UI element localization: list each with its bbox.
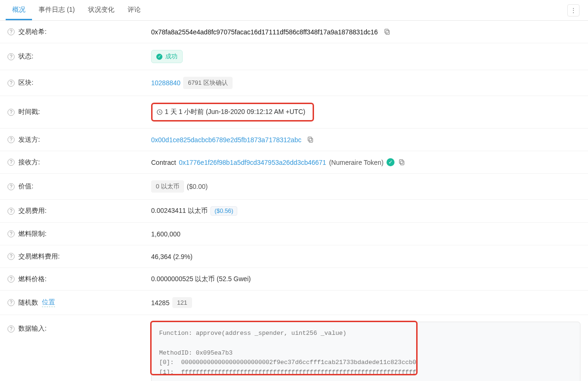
input-function-line: Function: approve(address _spender, uint… <box>159 330 346 337</box>
row-value: ? 价值: 0 以太币 ($0.00) <box>0 174 588 200</box>
help-icon[interactable]: ? <box>8 109 15 116</box>
label-block: 区块: <box>18 79 33 87</box>
block-confirmations: 6791 区块确认 <box>183 77 233 89</box>
label-timestamp: 时间戳: <box>18 108 40 116</box>
nonce-position-value: 121 <box>172 297 192 308</box>
label-gas-used: 交易燃料费用: <box>18 252 60 261</box>
nonce-value: 14285 <box>151 299 169 307</box>
svg-rect-1 <box>385 29 388 33</box>
help-icon[interactable]: ? <box>8 80 15 87</box>
label-gas-limit: 燃料限制: <box>18 230 47 238</box>
row-status: ? 状态: ✓ 成功 <box>0 43 588 70</box>
label-gas-price: 燃料价格: <box>18 275 47 284</box>
block-number-link[interactable]: 10288840 <box>151 79 180 87</box>
input-data-highlight <box>150 321 418 375</box>
status-badge: ✓ 成功 <box>151 50 183 63</box>
value-eth: 0 以太币 <box>151 180 184 193</box>
txfee-eth: 0.00243411 以太币 <box>151 207 208 215</box>
help-icon[interactable]: ? <box>8 230 15 237</box>
input-data-box[interactable]: Function: approve(address _spender, uint… <box>151 322 580 381</box>
gas-used-value: 46,364 (2.9%) <box>151 253 193 260</box>
label-to: 接收方: <box>18 158 40 167</box>
more-menu-button[interactable]: ⋮ <box>567 4 580 16</box>
help-icon[interactable]: ? <box>8 53 15 60</box>
row-from: ? 发送方: 0x00d1ce825dacbcb6789e2d5fb1873a7… <box>0 129 588 151</box>
label-value: 价值: <box>18 182 33 191</box>
status-text: 成功 <box>165 52 177 61</box>
nonce-position-link[interactable]: 位置 <box>42 298 55 307</box>
gas-price-value: 0.0000000525 以太币 (52.5 Gwei) <box>151 275 251 284</box>
check-circle-icon: ✓ <box>387 158 395 166</box>
help-icon[interactable]: ? <box>8 299 15 306</box>
help-icon[interactable]: ? <box>8 276 15 283</box>
timestamp-value: 1 天 1 小时前 (Jun-18-2020 09:12:12 AM +UTC) <box>165 108 305 116</box>
help-icon[interactable]: ? <box>8 136 15 143</box>
tab-overview[interactable]: 概况 <box>6 0 32 20</box>
to-contract-name: (Numeraire Token) <box>329 159 384 166</box>
check-circle-icon: ✓ <box>156 54 162 60</box>
input-method-line: MethodID: 0x095ea7b3 <box>159 349 233 357</box>
value-usd: ($0.00) <box>187 183 208 190</box>
row-nonce: ? 随机数 位置 14285 121 <box>0 291 588 315</box>
help-icon[interactable]: ? <box>8 325 15 332</box>
help-icon[interactable]: ? <box>8 159 15 166</box>
label-tx-hash: 交易哈希: <box>18 28 47 36</box>
gas-limit-value: 1,600,000 <box>151 230 180 238</box>
copy-icon[interactable] <box>398 159 405 166</box>
from-address-link[interactable]: 0x00d1ce825dacbcb6789e2d5fb1873a7178312a… <box>151 136 301 144</box>
help-icon[interactable]: ? <box>8 253 15 260</box>
row-gas-limit: ? 燃料限制: 1,600,000 <box>0 223 588 245</box>
help-icon[interactable]: ? <box>8 28 15 35</box>
svg-rect-3 <box>309 138 313 142</box>
row-input-data: ? 数据输入: Function: approve(address _spend… <box>0 315 588 381</box>
row-tx-hash: ? 交易哈希: 0x78fa8a2554e4ad8fc97075facac16d… <box>0 21 588 43</box>
to-address-link[interactable]: 0x1776e1f26f98b1a5df9cd347953a26dd3cb466… <box>179 159 326 166</box>
help-icon[interactable]: ? <box>8 183 15 190</box>
label-nonce: 随机数 <box>18 299 38 307</box>
row-gas-price: ? 燃料价格: 0.0000000525 以太币 (52.5 Gwei) <box>0 268 588 291</box>
row-gas-used: ? 交易燃料费用: 46,364 (2.9%) <box>0 245 588 268</box>
label-from: 发送方: <box>18 136 40 144</box>
label-tx-fee: 交易费用: <box>18 207 47 215</box>
svg-rect-0 <box>386 31 389 34</box>
input-param-0: [0]: 0000000000000000000000002f9ec37d6cc… <box>159 359 416 366</box>
row-timestamp: ? 时间戳: 1 天 1 小时前 (Jun-18-2020 09:12:12 A… <box>0 96 588 129</box>
tx-hash-value: 0x78fa8a2554e4ad8fc97075facac16d17111df5… <box>151 28 378 36</box>
tabs-bar: 概况 事件日志 (1) 状况变化 评论 ⋮ <box>0 0 588 21</box>
label-input-data: 数据输入: <box>18 324 47 333</box>
copy-icon[interactable] <box>307 136 314 143</box>
copy-icon[interactable] <box>384 28 391 35</box>
svg-rect-4 <box>308 137 312 141</box>
input-param-1: [1]: fffffffffffffffffffffffffffffffffff… <box>159 369 416 376</box>
tab-state-changes[interactable]: 状况变化 <box>81 0 121 20</box>
label-status: 状态: <box>18 52 33 61</box>
help-icon[interactable]: ? <box>8 208 15 215</box>
vertical-dots-icon: ⋮ <box>570 7 577 14</box>
tab-event-logs[interactable]: 事件日志 (1) <box>32 0 81 20</box>
tab-comments[interactable]: 评论 <box>121 0 147 20</box>
svg-rect-5 <box>400 161 404 165</box>
svg-rect-6 <box>399 160 403 163</box>
to-prefix: Contract <box>151 159 176 166</box>
txfee-usd: ($0.56) <box>210 206 238 216</box>
timestamp-highlight: 1 天 1 小时前 (Jun-18-2020 09:12:12 AM +UTC) <box>151 103 314 122</box>
row-block: ? 区块: 10288840 6791 区块确认 <box>0 70 588 96</box>
row-tx-fee: ? 交易费用: 0.00243411 以太币 ($0.56) <box>0 200 588 223</box>
row-to: ? 接收方: Contract 0x1776e1f26f98b1a5df9cd3… <box>0 151 588 174</box>
clock-icon <box>156 109 163 115</box>
